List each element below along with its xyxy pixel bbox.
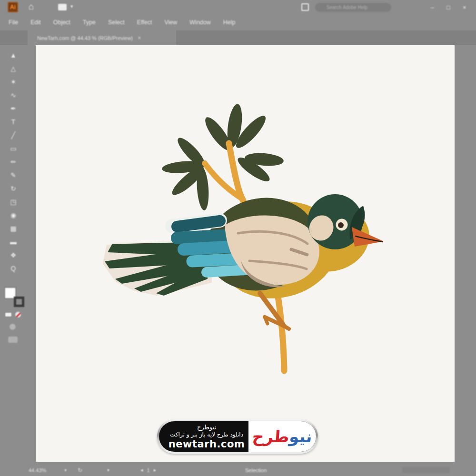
blend-tool[interactable]: ❖ [8, 251, 19, 260]
watermark-brand-fa: نیوطرح [197, 424, 216, 431]
status-dropdown-field[interactable] [402, 467, 450, 473]
legs [260, 293, 289, 329]
zoom-tool[interactable]: Q [8, 264, 19, 273]
logo-part-blue: نیو [289, 427, 313, 446]
menu-item-file[interactable]: File [9, 19, 18, 26]
paintbrush-tool[interactable]: ✏ [8, 158, 19, 167]
workspace-icon[interactable] [58, 4, 67, 10]
selection-tool[interactable]: ▲ [8, 51, 19, 60]
gradient-tool[interactable]: ▬ [8, 238, 19, 247]
rectangle-tool[interactable]: ▭ [8, 144, 19, 153]
tab-close-icon[interactable]: × [138, 35, 141, 41]
artboard-number: 1 [147, 467, 150, 473]
title-bar: Ai ⌂ ▾ – □ × [0, 0, 476, 14]
status-bar: 44.43% ▾ ↻ ▾ ◂ 1 ▸ Selection [0, 464, 476, 476]
line-segment-tool[interactable]: ╱ [8, 131, 19, 140]
menu-item-select[interactable]: Select [108, 19, 125, 26]
workspace-caret-icon[interactable]: ▾ [70, 3, 73, 10]
artboard-navigation[interactable]: ◂ 1 ▸ [140, 467, 156, 473]
color-button[interactable] [5, 312, 12, 317]
zoom-caret-icon[interactable]: ▾ [64, 467, 67, 473]
pencil-tool[interactable]: ✎ [8, 171, 19, 180]
leaf-cluster-left [161, 135, 210, 211]
watermark-text-panel: نیوطرح دانلود طرح لایه باز بنر و تراکت n… [159, 421, 248, 452]
home-icon[interactable]: ⌂ [29, 1, 34, 12]
fill-stroke-control[interactable] [4, 287, 25, 308]
current-tool-label: Selection [245, 467, 267, 473]
menu-item-window[interactable]: Window [189, 19, 210, 26]
rotate-tool[interactable]: ↻ [8, 184, 19, 193]
newtarh-logo: نیوطرح [252, 428, 313, 445]
search-input[interactable] [315, 3, 391, 12]
rotation-icon[interactable]: ↻ [78, 467, 82, 474]
none-color-button[interactable] [15, 312, 21, 317]
bird-illustration [36, 45, 455, 462]
tools-panel: ▲△✶∿✒T╱▭✏✎↻◳◉▦▬❖Q [0, 45, 36, 464]
arrange-documents-icon[interactable] [301, 3, 309, 11]
menu-item-view[interactable]: View [164, 19, 177, 26]
lasso-tool[interactable]: ∿ [8, 91, 19, 100]
gradient-button[interactable] [10, 324, 16, 330]
maximize-button[interactable]: □ [446, 0, 450, 14]
minimize-button[interactable]: – [431, 0, 434, 14]
shape-builder-tool[interactable]: ◉ [8, 211, 19, 220]
menu-item-effect[interactable]: Effect [137, 19, 152, 26]
illustrator-window: Ai ⌂ ▾ – □ × FileEditObjectTypeSelectEff… [0, 0, 476, 476]
prev-artboard-icon[interactable]: ◂ [140, 467, 143, 473]
menu-item-type[interactable]: Type [83, 19, 96, 26]
rotation-caret-icon[interactable]: ▾ [107, 467, 109, 473]
watermark-tagline-fa: دانلود طرح لایه باز بنر و تراکت [170, 431, 243, 438]
menu-bar: FileEditObjectTypeSelectEffectViewWindow… [0, 14, 476, 30]
menu-item-help[interactable]: Help [223, 19, 236, 26]
type-tool[interactable]: T [8, 118, 19, 127]
menu-item-object[interactable]: Object [53, 19, 70, 26]
close-button[interactable]: × [463, 0, 466, 14]
newtarh-watermark: نیوطرح دانلود طرح لایه باز بنر و تراکت n… [157, 419, 318, 454]
pen-tool[interactable]: ✒ [8, 104, 19, 113]
stroke-color-swatch[interactable] [14, 297, 24, 307]
document-title: NewTarh.com @ 44.43 % (RGB/Preview) [37, 35, 133, 41]
mesh-tool[interactable]: ▦ [8, 224, 19, 233]
tab-bar: NewTarh.com @ 44.43 % (RGB/Preview) × [0, 30, 476, 45]
illustrator-logo: Ai [8, 2, 18, 12]
direct-selection-tool[interactable]: △ [8, 64, 19, 73]
magic-wand-tool[interactable]: ✶ [8, 78, 19, 87]
watermark-domain: newtarh.com [169, 438, 245, 450]
artboard-canvas[interactable] [36, 45, 455, 462]
scale-tool[interactable]: ◳ [8, 198, 19, 207]
document-tab[interactable]: NewTarh.com @ 44.43 % (RGB/Preview) × [28, 30, 176, 45]
next-artboard-icon[interactable]: ▸ [154, 467, 157, 473]
logo-part-red: طرح [252, 427, 290, 446]
menu-item-edit[interactable]: Edit [30, 19, 41, 26]
draw-mode-button[interactable] [8, 337, 18, 343]
tool-list: ▲△✶∿✒T╱▭✏✎↻◳◉▦▬❖Q [0, 51, 27, 273]
watermark-logo-panel: نیوطرح [248, 421, 316, 452]
zoom-level-dropdown[interactable]: 44.43% [29, 467, 46, 473]
